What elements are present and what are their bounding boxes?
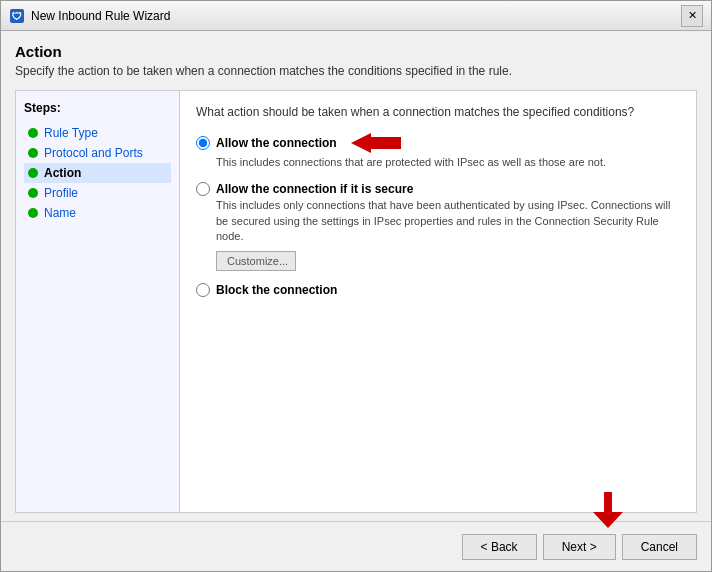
radio-block[interactable] xyxy=(196,283,210,297)
wizard-window: 🛡 New Inbound Rule Wizard ✕ Action Speci… xyxy=(0,0,712,572)
step-dot xyxy=(28,148,38,158)
sidebar-item-name[interactable]: Name xyxy=(24,203,171,223)
window-title: New Inbound Rule Wizard xyxy=(31,9,170,23)
step-label: Rule Type xyxy=(44,126,98,140)
step-dot xyxy=(28,188,38,198)
footer: < Back Next > Cancel xyxy=(1,521,711,571)
option-allow: Allow the connection This includes conne… xyxy=(196,133,680,170)
option-block-label: Block the connection xyxy=(216,283,337,297)
cancel-button[interactable]: Cancel xyxy=(622,534,697,560)
step-dot xyxy=(28,208,38,218)
red-arrow-icon xyxy=(351,133,401,153)
step-label: Protocol and Ports xyxy=(44,146,143,160)
option-allow-secure-label: Allow the connection if it is secure xyxy=(216,182,413,196)
step-dot xyxy=(28,128,38,138)
steps-panel: Steps: Rule Type Protocol and Ports Acti… xyxy=(15,90,180,513)
main-body: Steps: Rule Type Protocol and Ports Acti… xyxy=(15,90,697,513)
option-allow-desc: This includes connections that are prote… xyxy=(216,155,680,170)
wizard-icon: 🛡 xyxy=(9,8,25,24)
sidebar-item-profile[interactable]: Profile xyxy=(24,183,171,203)
title-bar: 🛡 New Inbound Rule Wizard ✕ xyxy=(1,1,711,31)
step-label: Profile xyxy=(44,186,78,200)
svg-marker-4 xyxy=(593,512,623,528)
right-panel: What action should be taken when a conne… xyxy=(180,90,697,513)
svg-marker-2 xyxy=(351,133,401,153)
title-bar-left: 🛡 New Inbound Rule Wizard xyxy=(9,8,170,24)
radio-allow[interactable] xyxy=(196,136,210,150)
step-dot xyxy=(28,168,38,178)
sidebar-item-protocol-ports[interactable]: Protocol and Ports xyxy=(24,143,171,163)
step-label: Name xyxy=(44,206,76,220)
radio-allow-secure[interactable] xyxy=(196,182,210,196)
svg-text:🛡: 🛡 xyxy=(12,11,22,22)
option-block: Block the connection xyxy=(196,283,680,297)
option-allow-secure: Allow the connection if it is secure Thi… xyxy=(196,182,680,270)
next-button[interactable]: Next > xyxy=(543,534,616,560)
page-subtitle: Specify the action to be taken when a co… xyxy=(15,64,697,78)
next-arrow-icon xyxy=(593,492,623,531)
sidebar-item-rule-type[interactable]: Rule Type xyxy=(24,123,171,143)
customize-button[interactable]: Customize... xyxy=(216,251,296,271)
sidebar-item-action[interactable]: Action xyxy=(24,163,171,183)
steps-title: Steps: xyxy=(24,101,171,115)
option-allow-secure-desc: This includes only connections that have… xyxy=(216,198,680,244)
step-label: Action xyxy=(44,166,81,180)
radio-group: Allow the connection This includes conne… xyxy=(196,133,680,297)
back-button[interactable]: < Back xyxy=(462,534,537,560)
question-text: What action should be taken when a conne… xyxy=(196,105,680,119)
option-allow-secure-row: Allow the connection if it is secure xyxy=(196,182,680,196)
page-title: Action xyxy=(15,43,697,60)
option-block-row: Block the connection xyxy=(196,283,680,297)
option-allow-label: Allow the connection xyxy=(216,136,337,150)
option-allow-row: Allow the connection xyxy=(196,133,680,153)
close-button[interactable]: ✕ xyxy=(681,5,703,27)
content-area: Action Specify the action to be taken wh… xyxy=(1,31,711,521)
svg-rect-3 xyxy=(604,492,612,514)
